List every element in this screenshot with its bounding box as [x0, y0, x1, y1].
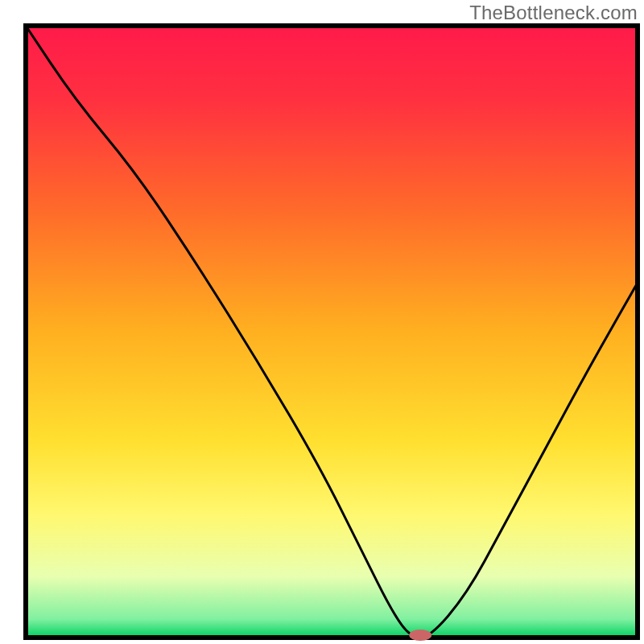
bottleneck-chart: TheBottleneck.com: [0, 0, 644, 644]
watermark-text: TheBottleneck.com: [469, 2, 638, 24]
chart-svg: [0, 0, 644, 644]
optimal-marker: [409, 630, 431, 641]
gradient-background: [26, 26, 638, 638]
